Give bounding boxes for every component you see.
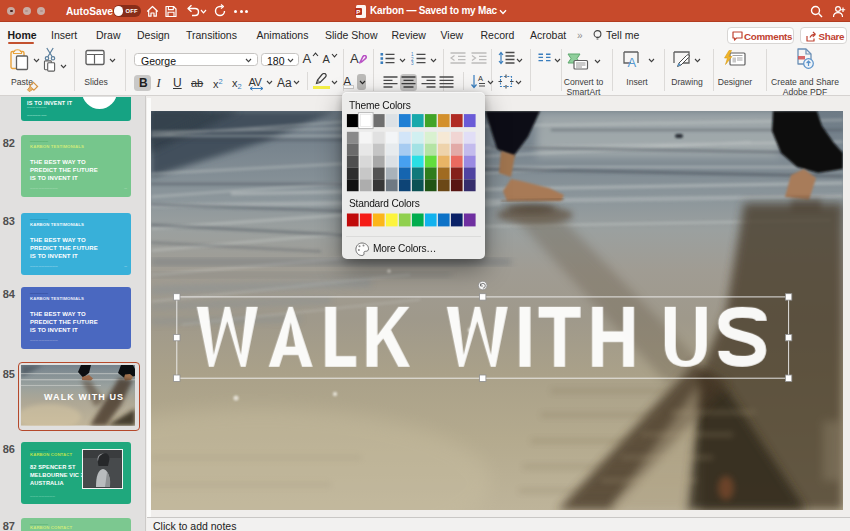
svg-text:A: A (627, 55, 636, 68)
svg-text:WALK WITH US: WALK WITH US (44, 392, 124, 402)
svg-text:A: A (478, 74, 483, 83)
svg-text:3: 3 (411, 60, 414, 64)
